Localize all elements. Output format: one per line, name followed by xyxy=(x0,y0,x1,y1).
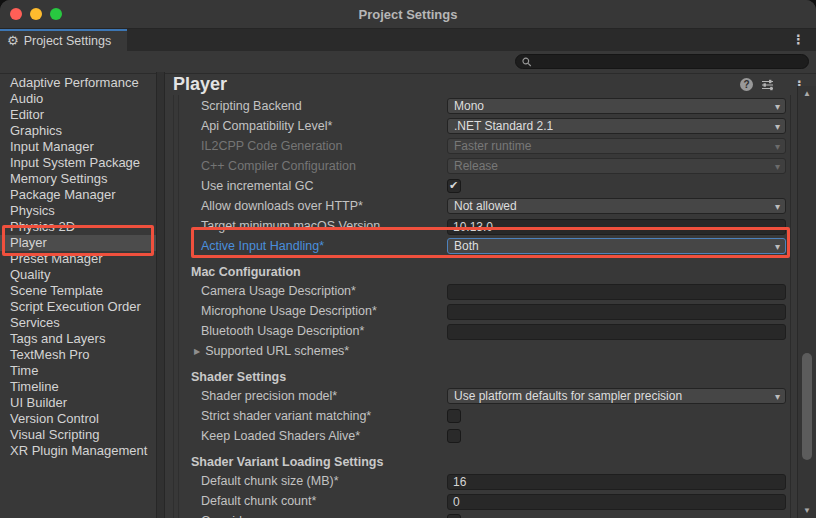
settings-body: Scripting BackendMono▾Api Compatibility … xyxy=(165,95,791,518)
setting-label: Override xyxy=(201,514,249,518)
presets-icon[interactable] xyxy=(761,79,774,91)
toolbar xyxy=(0,51,816,74)
setting-control xyxy=(447,322,786,340)
sidebar-item-physics[interactable]: Physics xyxy=(0,203,156,219)
annotation-box-active-input-handling xyxy=(191,227,790,258)
dropdown-shader-precision-model[interactable]: Use platform defaults for sampler precis… xyxy=(447,388,786,404)
chevron-down-icon: ▾ xyxy=(775,389,780,404)
sidebar-item-timeline[interactable]: Timeline xyxy=(0,379,156,395)
text-field-default-chunk-count[interactable] xyxy=(447,494,786,510)
setting-label: Bluetooth Usage Description* xyxy=(201,324,364,338)
setting-label: Allow downloads over HTTP* xyxy=(201,199,363,213)
dropdown-scripting-backend[interactable]: Mono▾ xyxy=(447,98,786,114)
vertical-scrollbar[interactable]: ▲ ▼ xyxy=(797,86,816,518)
sidebar-item-graphics[interactable]: Graphics xyxy=(0,123,156,139)
sidebar-item-editor[interactable]: Editor xyxy=(0,107,156,123)
titlebar: Project Settings xyxy=(0,0,816,29)
traffic-lights xyxy=(10,8,62,20)
dropdown-value: Use platform defaults for sampler precis… xyxy=(454,389,682,403)
tab-bar: ⚙ Project Settings ⋮ xyxy=(0,29,816,51)
settings-row-keep-loaded-shaders-alive: Keep Loaded Shaders Alive* xyxy=(165,426,791,446)
sidebar-item-time[interactable]: Time xyxy=(0,363,156,379)
search-field[interactable] xyxy=(515,54,809,69)
setting-control xyxy=(447,429,786,443)
search-input[interactable] xyxy=(536,56,802,68)
sidebar-item-script-execution-order[interactable]: Script Execution Order xyxy=(0,299,156,315)
checkbox-strict-shader-variant-matching[interactable] xyxy=(447,409,461,423)
setting-control xyxy=(447,514,786,518)
annotation-box-player-sidebar-item xyxy=(2,225,154,256)
section-header-mac-configuration: Mac Configuration xyxy=(191,263,791,281)
sidebar-item-visual-scripting[interactable]: Visual Scripting xyxy=(0,427,156,443)
text-field-camera-usage-description[interactable] xyxy=(447,284,786,300)
dropdown-c-compiler-configuration: Release▾ xyxy=(447,158,786,174)
scrollbar-thumb[interactable] xyxy=(802,353,812,460)
dropdown-allow-downloads-over-http[interactable]: Not allowed▾ xyxy=(447,198,786,214)
settings-row-c-compiler-configuration: C++ Compiler ConfigurationRelease▾ xyxy=(165,156,791,176)
sidebar-item-scene-template[interactable]: Scene Template xyxy=(0,283,156,299)
setting-label: ▶Supported URL schemes* xyxy=(194,344,349,358)
sidebar-item-version-control[interactable]: Version Control xyxy=(0,411,156,427)
chevron-down-icon: ▾ xyxy=(775,99,780,114)
settings-row-default-chunk-count: Default chunk count* xyxy=(165,491,791,511)
text-field-default-chunk-size-mb[interactable] xyxy=(447,474,786,490)
sidebar-item-ui-builder[interactable]: UI Builder xyxy=(0,395,156,411)
page-title: Player xyxy=(165,72,816,95)
foldout-arrow-icon[interactable]: ▶ xyxy=(194,347,200,356)
panel-header-icons: ? xyxy=(740,78,774,91)
sidebar-list: Adaptive PerformanceAudioEditorGraphicsI… xyxy=(0,72,156,518)
checkbox-override[interactable] xyxy=(447,514,461,518)
settings-row-strict-shader-variant-matching: Strict shader variant matching* xyxy=(165,406,791,426)
sidebar-item-input-manager[interactable]: Input Manager xyxy=(0,139,156,155)
chevron-down-icon: ▾ xyxy=(775,199,780,214)
dropdown-value: .NET Standard 2.1 xyxy=(454,119,553,133)
search-icon xyxy=(522,57,532,67)
settings-row-allow-downloads-over-http: Allow downloads over HTTP*Not allowed▾ xyxy=(165,196,791,216)
setting-label: Keep Loaded Shaders Alive* xyxy=(201,429,360,443)
setting-label: Default chunk count* xyxy=(201,494,316,508)
sidebar-splitter[interactable] xyxy=(156,72,165,518)
checkbox-use-incremental-gc[interactable]: ✔ xyxy=(447,179,461,193)
text-field-bluetooth-usage-description[interactable] xyxy=(447,324,786,340)
sidebar-item-services[interactable]: Services xyxy=(0,315,156,331)
chevron-down-icon: ▾ xyxy=(775,119,780,134)
traffic-light-minimize-icon[interactable] xyxy=(30,8,42,20)
gear-icon: ⚙ xyxy=(7,32,19,50)
tab-bar-menu-icon[interactable]: ⋮ xyxy=(792,33,805,47)
sidebar-item-tags-and-layers[interactable]: Tags and Layers xyxy=(0,331,156,347)
setting-label: Scripting Backend xyxy=(201,99,302,113)
settings-row-supported-url-schemes: ▶Supported URL schemes* xyxy=(165,341,791,361)
setting-control xyxy=(447,492,786,510)
traffic-light-close-icon[interactable] xyxy=(10,8,22,20)
settings-panel: Player ? ⋮ Scripting BackendMono▾Api Com… xyxy=(165,72,816,518)
dropdown-il2cpp-code-generation: Faster runtime▾ xyxy=(447,138,786,154)
sidebar-item-xr-plugin-management[interactable]: XR Plugin Management xyxy=(0,443,156,459)
setting-control: ✔ xyxy=(447,179,786,193)
dropdown-api-compatibility-level[interactable]: .NET Standard 2.1▾ xyxy=(447,118,786,134)
setting-label: Use incremental GC xyxy=(201,179,314,193)
sidebar-item-quality[interactable]: Quality xyxy=(0,267,156,283)
settings-row-api-compatibility-level: Api Compatibility Level*.NET Standard 2.… xyxy=(165,116,791,136)
sidebar-item-package-manager[interactable]: Package Manager xyxy=(0,187,156,203)
sidebar-item-textmesh-pro[interactable]: TextMesh Pro xyxy=(0,347,156,363)
text-field-microphone-usage-description[interactable] xyxy=(447,304,786,320)
scroll-up-icon[interactable]: ▲ xyxy=(798,89,816,98)
chevron-down-icon: ▾ xyxy=(775,159,780,174)
project-settings-window: Project Settings ⚙ Project Settings ⋮ Ad… xyxy=(0,0,816,518)
tab-project-settings[interactable]: ⚙ Project Settings xyxy=(0,29,127,51)
sidebar-item-adaptive-performance[interactable]: Adaptive Performance xyxy=(0,75,156,91)
setting-label: Strict shader variant matching* xyxy=(201,409,371,423)
setting-label: Shader precision model* xyxy=(201,389,337,403)
help-icon[interactable]: ? xyxy=(740,78,753,91)
sidebar-item-memory-settings[interactable]: Memory Settings xyxy=(0,171,156,187)
setting-label: Api Compatibility Level* xyxy=(201,119,332,133)
content: Adaptive PerformanceAudioEditorGraphicsI… xyxy=(0,72,816,518)
traffic-light-zoom-icon[interactable] xyxy=(50,8,62,20)
sidebar-item-input-system-package[interactable]: Input System Package xyxy=(0,155,156,171)
setting-control: Release▾ xyxy=(447,158,786,174)
settings-row-override: Override xyxy=(165,511,791,518)
checkbox-keep-loaded-shaders-alive[interactable] xyxy=(447,429,461,443)
dropdown-value: Release xyxy=(454,159,498,173)
scroll-down-icon[interactable]: ▼ xyxy=(798,506,816,515)
sidebar-item-audio[interactable]: Audio xyxy=(0,91,156,107)
